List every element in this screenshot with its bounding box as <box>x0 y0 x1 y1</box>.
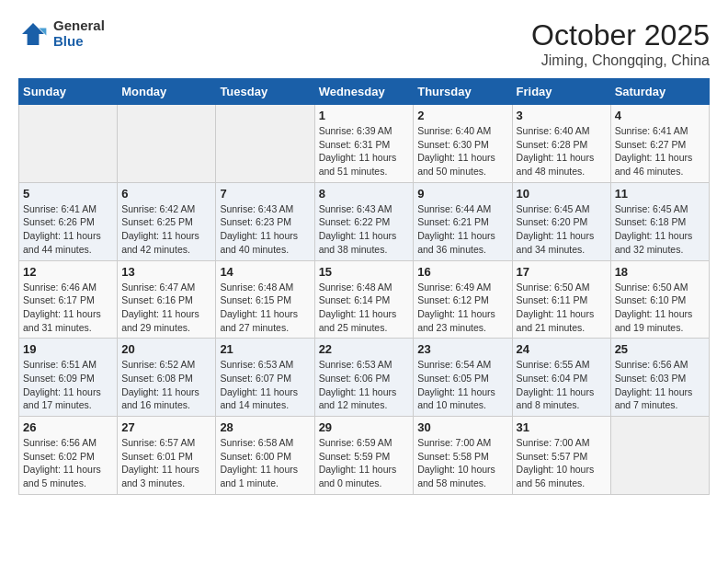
day-info: Sunrise: 6:53 AMSunset: 6:07 PMDaylight:… <box>220 358 310 412</box>
day-number: 23 <box>417 342 507 356</box>
weekday-header-friday: Friday <box>512 79 610 105</box>
day-info: Sunrise: 6:45 AMSunset: 6:18 PMDaylight:… <box>615 202 705 257</box>
calendar-cell: 1Sunrise: 6:39 AMSunset: 6:31 PMDaylight… <box>314 105 414 183</box>
calendar-cell: 21Sunrise: 6:53 AMSunset: 6:07 PMDayligh… <box>216 339 314 417</box>
day-number: 5 <box>23 187 113 201</box>
calendar-cell: 29Sunrise: 6:59 AMSunset: 5:59 PMDayligh… <box>314 417 414 495</box>
day-info: Sunrise: 6:49 AMSunset: 6:12 PMDaylight:… <box>417 281 507 335</box>
calendar-cell: 19Sunrise: 6:51 AMSunset: 6:09 PMDayligh… <box>19 339 118 417</box>
day-info: Sunrise: 6:56 AMSunset: 6:02 PMDaylight:… <box>23 436 113 490</box>
calendar-cell: 15Sunrise: 6:48 AMSunset: 6:14 PMDayligh… <box>314 260 414 339</box>
location-title: Jiming, Chongqing, China <box>531 52 710 69</box>
day-number: 21 <box>220 342 310 356</box>
day-info: Sunrise: 6:40 AMSunset: 6:30 PMDaylight:… <box>417 124 507 178</box>
day-number: 16 <box>417 265 507 279</box>
calendar: SundayMondayTuesdayWednesdayThursdayFrid… <box>18 78 710 495</box>
calendar-cell <box>19 105 118 183</box>
calendar-cell <box>610 417 709 495</box>
calendar-cell: 27Sunrise: 6:57 AMSunset: 6:01 PMDayligh… <box>118 417 216 495</box>
day-info: Sunrise: 6:39 AMSunset: 6:31 PMDaylight:… <box>319 124 410 178</box>
weekday-header-saturday: Saturday <box>610 79 709 105</box>
calendar-cell: 4Sunrise: 6:41 AMSunset: 6:27 PMDaylight… <box>610 105 709 183</box>
day-number: 11 <box>615 187 705 201</box>
calendar-cell: 7Sunrise: 6:43 AMSunset: 6:23 PMDaylight… <box>216 182 314 260</box>
calendar-cell: 30Sunrise: 7:00 AMSunset: 5:58 PMDayligh… <box>414 417 512 495</box>
weekday-header-monday: Monday <box>118 79 216 105</box>
day-info: Sunrise: 6:48 AMSunset: 6:14 PMDaylight:… <box>319 281 410 335</box>
weekday-header-sunday: Sunday <box>19 79 118 105</box>
day-number: 30 <box>417 420 507 434</box>
day-number: 27 <box>121 420 211 434</box>
logo-general-label: General <box>53 18 105 34</box>
day-number: 13 <box>121 265 211 279</box>
calendar-cell: 8Sunrise: 6:43 AMSunset: 6:22 PMDaylight… <box>314 182 414 260</box>
day-info: Sunrise: 6:43 AMSunset: 6:22 PMDaylight:… <box>319 202 410 257</box>
day-info: Sunrise: 6:43 AMSunset: 6:23 PMDaylight:… <box>220 202 310 257</box>
day-info: Sunrise: 6:41 AMSunset: 6:26 PMDaylight:… <box>23 202 113 257</box>
calendar-cell: 3Sunrise: 6:40 AMSunset: 6:28 PMDaylight… <box>512 105 610 183</box>
day-info: Sunrise: 6:44 AMSunset: 6:21 PMDaylight:… <box>417 202 507 257</box>
day-info: Sunrise: 6:47 AMSunset: 6:16 PMDaylight:… <box>121 281 211 335</box>
week-row-4: 19Sunrise: 6:51 AMSunset: 6:09 PMDayligh… <box>19 339 710 417</box>
day-number: 9 <box>417 187 507 201</box>
day-number: 22 <box>319 342 410 356</box>
logo: General Blue <box>18 18 105 49</box>
day-number: 1 <box>319 109 410 122</box>
day-info: Sunrise: 6:54 AMSunset: 6:05 PMDaylight:… <box>417 358 507 412</box>
day-info: Sunrise: 7:00 AMSunset: 5:57 PMDaylight:… <box>517 436 607 490</box>
weekday-row: SundayMondayTuesdayWednesdayThursdayFrid… <box>19 79 710 105</box>
calendar-cell: 16Sunrise: 6:49 AMSunset: 6:12 PMDayligh… <box>414 260 512 339</box>
calendar-cell: 6Sunrise: 6:42 AMSunset: 6:25 PMDaylight… <box>118 182 216 260</box>
day-info: Sunrise: 6:57 AMSunset: 6:01 PMDaylight:… <box>121 436 211 490</box>
weekday-header-wednesday: Wednesday <box>314 79 414 105</box>
day-number: 6 <box>121 187 211 201</box>
calendar-cell: 5Sunrise: 6:41 AMSunset: 6:26 PMDaylight… <box>19 182 118 260</box>
day-number: 4 <box>615 109 705 122</box>
calendar-cell <box>118 105 216 183</box>
logo-blue-label: Blue <box>53 34 105 50</box>
calendar-cell: 20Sunrise: 6:52 AMSunset: 6:08 PMDayligh… <box>118 339 216 417</box>
day-number: 3 <box>517 109 607 122</box>
day-info: Sunrise: 6:42 AMSunset: 6:25 PMDaylight:… <box>121 202 211 257</box>
day-info: Sunrise: 6:48 AMSunset: 6:15 PMDaylight:… <box>220 281 310 335</box>
calendar-cell: 17Sunrise: 6:50 AMSunset: 6:11 PMDayligh… <box>512 260 610 339</box>
calendar-cell: 13Sunrise: 6:47 AMSunset: 6:16 PMDayligh… <box>118 260 216 339</box>
day-info: Sunrise: 6:59 AMSunset: 5:59 PMDaylight:… <box>319 436 410 490</box>
calendar-cell: 25Sunrise: 6:56 AMSunset: 6:03 PMDayligh… <box>610 339 709 417</box>
calendar-cell: 31Sunrise: 7:00 AMSunset: 5:57 PMDayligh… <box>512 417 610 495</box>
day-info: Sunrise: 6:55 AMSunset: 6:04 PMDaylight:… <box>517 358 607 412</box>
day-number: 12 <box>23 265 113 279</box>
calendar-cell: 22Sunrise: 6:53 AMSunset: 6:06 PMDayligh… <box>314 339 414 417</box>
calendar-cell: 11Sunrise: 6:45 AMSunset: 6:18 PMDayligh… <box>610 182 709 260</box>
calendar-cell: 26Sunrise: 6:56 AMSunset: 6:02 PMDayligh… <box>19 417 118 495</box>
day-number: 17 <box>517 265 607 279</box>
month-title: October 2025 <box>531 18 710 52</box>
weekday-header-thursday: Thursday <box>414 79 512 105</box>
day-number: 18 <box>615 265 705 279</box>
day-info: Sunrise: 6:46 AMSunset: 6:17 PMDaylight:… <box>23 281 113 335</box>
calendar-cell: 23Sunrise: 6:54 AMSunset: 6:05 PMDayligh… <box>414 339 512 417</box>
day-number: 14 <box>220 265 310 279</box>
calendar-cell: 18Sunrise: 6:50 AMSunset: 6:10 PMDayligh… <box>610 260 709 339</box>
day-number: 15 <box>319 265 410 279</box>
title-area: October 2025 Jiming, Chongqing, China <box>531 18 710 69</box>
day-info: Sunrise: 6:40 AMSunset: 6:28 PMDaylight:… <box>517 124 607 178</box>
week-row-3: 12Sunrise: 6:46 AMSunset: 6:17 PMDayligh… <box>19 260 710 339</box>
week-row-1: 1Sunrise: 6:39 AMSunset: 6:31 PMDaylight… <box>19 105 710 183</box>
week-row-5: 26Sunrise: 6:56 AMSunset: 6:02 PMDayligh… <box>19 417 710 495</box>
day-number: 29 <box>319 420 410 434</box>
day-info: Sunrise: 6:45 AMSunset: 6:20 PMDaylight:… <box>517 202 607 257</box>
day-info: Sunrise: 7:00 AMSunset: 5:58 PMDaylight:… <box>417 436 507 490</box>
day-number: 10 <box>517 187 607 201</box>
header: General Blue October 2025 Jiming, Chongq… <box>18 18 710 69</box>
logo-icon <box>18 19 48 49</box>
day-number: 20 <box>121 342 211 356</box>
calendar-cell: 2Sunrise: 6:40 AMSunset: 6:30 PMDaylight… <box>414 105 512 183</box>
day-number: 31 <box>517 420 607 434</box>
day-number: 24 <box>517 342 607 356</box>
calendar-cell <box>216 105 314 183</box>
day-number: 8 <box>319 187 410 201</box>
calendar-cell: 9Sunrise: 6:44 AMSunset: 6:21 PMDaylight… <box>414 182 512 260</box>
day-number: 28 <box>220 420 310 434</box>
day-number: 19 <box>23 342 113 356</box>
